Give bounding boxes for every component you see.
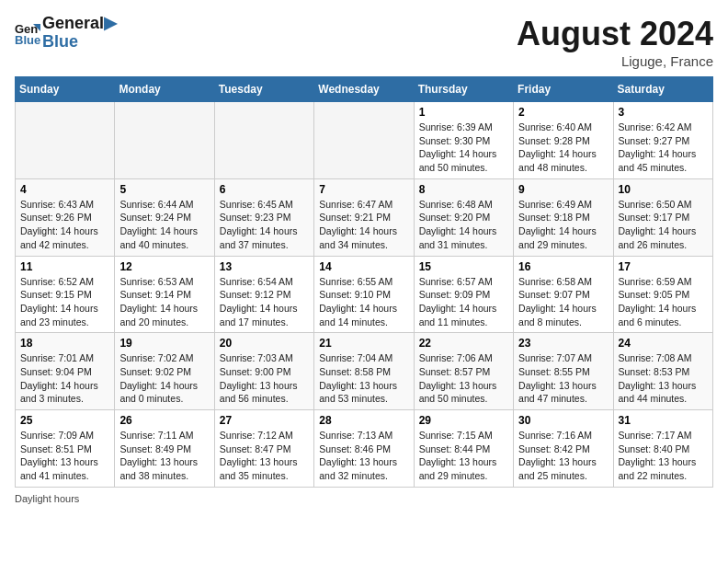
calendar-cell [214,102,313,179]
calendar-cell: 26Sunrise: 7:11 AMSunset: 8:49 PMDayligh… [115,410,214,488]
day-number: 14 [319,260,408,273]
calendar-cell: 19Sunrise: 7:02 AMSunset: 9:02 PMDayligh… [115,333,214,410]
day-info: Sunrise: 6:58 AMSunset: 9:07 PMDaylight:… [518,275,608,329]
day-number: 3 [619,106,708,119]
day-info: Sunrise: 7:11 AMSunset: 8:49 PMDaylight:… [119,429,209,483]
weekday-header-friday: Friday [514,77,613,102]
day-number: 24 [619,337,708,350]
day-info: Sunrise: 6:45 AMSunset: 9:23 PMDaylight:… [220,198,309,252]
day-number: 13 [220,260,309,273]
day-number: 7 [319,183,408,196]
calendar-cell: 11Sunrise: 6:52 AMSunset: 9:15 PMDayligh… [16,256,115,333]
day-info: Sunrise: 6:55 AMSunset: 9:10 PMDaylight:… [319,275,408,329]
day-info: Sunrise: 6:59 AMSunset: 9:05 PMDaylight:… [619,275,708,329]
day-info: Sunrise: 6:53 AMSunset: 9:14 PMDaylight:… [119,275,209,329]
calendar-cell: 13Sunrise: 6:54 AMSunset: 9:12 PMDayligh… [214,256,313,333]
calendar-cell: 31Sunrise: 7:17 AMSunset: 8:40 PMDayligh… [613,410,712,488]
calendar-cell [314,102,414,179]
day-info: Sunrise: 7:09 AMSunset: 8:51 PMDaylight:… [20,429,109,483]
calendar-cell: 24Sunrise: 7:08 AMSunset: 8:53 PMDayligh… [613,333,712,410]
calendar-cell: 16Sunrise: 6:58 AMSunset: 9:07 PMDayligh… [514,256,613,333]
calendar-cell: 22Sunrise: 7:06 AMSunset: 8:57 PMDayligh… [414,333,513,410]
day-info: Sunrise: 7:17 AMSunset: 8:40 PMDaylight:… [619,429,708,483]
calendar-cell: 1Sunrise: 6:39 AMSunset: 9:30 PMDaylight… [414,102,513,179]
day-info: Sunrise: 6:57 AMSunset: 9:09 PMDaylight:… [419,275,508,329]
day-number: 28 [319,414,408,427]
calendar-cell: 23Sunrise: 7:07 AMSunset: 8:55 PMDayligh… [514,333,613,410]
day-info: Sunrise: 6:40 AMSunset: 9:28 PMDaylight:… [518,121,608,175]
calendar-cell: 15Sunrise: 6:57 AMSunset: 9:09 PMDayligh… [414,256,513,333]
day-info: Sunrise: 6:52 AMSunset: 9:15 PMDaylight:… [20,275,109,329]
day-number: 1 [419,106,508,119]
calendar-cell [16,102,115,179]
day-number: 18 [20,337,109,350]
day-number: 26 [119,414,209,427]
calendar-cell: 2Sunrise: 6:40 AMSunset: 9:28 PMDaylight… [514,102,613,179]
day-info: Sunrise: 7:08 AMSunset: 8:53 PMDaylight:… [619,351,708,406]
calendar-table: SundayMondayTuesdayWednesdayThursdayFrid… [15,76,713,488]
calendar-cell: 6Sunrise: 6:45 AMSunset: 9:23 PMDaylight… [214,178,313,256]
day-number: 4 [20,183,109,196]
day-number: 15 [419,260,508,273]
day-info: Sunrise: 7:07 AMSunset: 8:55 PMDaylight:… [518,351,608,406]
calendar-cell: 3Sunrise: 6:42 AMSunset: 9:27 PMDaylight… [613,102,712,179]
day-number: 2 [518,106,608,119]
day-number: 31 [619,414,708,427]
day-info: Sunrise: 7:02 AMSunset: 9:02 PMDaylight:… [119,351,209,406]
day-number: 21 [319,337,408,350]
day-number: 12 [119,260,209,273]
calendar-cell: 29Sunrise: 7:15 AMSunset: 8:44 PMDayligh… [414,410,513,488]
day-number: 6 [220,183,309,196]
calendar-cell: 25Sunrise: 7:09 AMSunset: 8:51 PMDayligh… [16,410,115,488]
day-info: Sunrise: 6:50 AMSunset: 9:17 PMDaylight:… [619,198,708,252]
day-number: 20 [220,337,309,350]
day-info: Sunrise: 6:48 AMSunset: 9:20 PMDaylight:… [419,198,508,252]
logo: Gen Blue General▶ Blue [15,15,117,52]
day-number: 11 [20,260,109,273]
day-number: 22 [419,337,508,350]
day-info: Sunrise: 6:43 AMSunset: 9:26 PMDaylight:… [20,198,109,252]
day-number: 23 [518,337,608,350]
calendar-cell: 4Sunrise: 6:43 AMSunset: 9:26 PMDaylight… [16,178,115,256]
page-header: Gen Blue General▶ Blue August 2024 Ligug… [15,15,713,69]
day-number: 16 [518,260,608,273]
weekday-header-wednesday: Wednesday [314,77,414,102]
day-number: 8 [419,183,508,196]
day-number: 9 [518,183,608,196]
calendar-cell: 17Sunrise: 6:59 AMSunset: 9:05 PMDayligh… [613,256,712,333]
calendar-cell: 21Sunrise: 7:04 AMSunset: 8:58 PMDayligh… [314,333,414,410]
calendar-cell: 20Sunrise: 7:03 AMSunset: 9:00 PMDayligh… [214,333,313,410]
day-info: Sunrise: 6:44 AMSunset: 9:24 PMDaylight:… [119,198,209,252]
calendar-cell: 5Sunrise: 6:44 AMSunset: 9:24 PMDaylight… [115,178,214,256]
calendar-cell: 9Sunrise: 6:49 AMSunset: 9:18 PMDaylight… [514,178,613,256]
footer-label: Daylight hours [15,493,79,504]
day-info: Sunrise: 7:06 AMSunset: 8:57 PMDaylight:… [419,351,508,406]
calendar-cell: 12Sunrise: 6:53 AMSunset: 9:14 PMDayligh… [115,256,214,333]
title-block: August 2024 Liguge, France [517,15,713,69]
weekday-header-tuesday: Tuesday [214,77,313,102]
calendar-cell: 30Sunrise: 7:16 AMSunset: 8:42 PMDayligh… [514,410,613,488]
location: Liguge, France [517,53,713,69]
calendar-cell: 18Sunrise: 7:01 AMSunset: 9:04 PMDayligh… [16,333,115,410]
day-info: Sunrise: 6:42 AMSunset: 9:27 PMDaylight:… [619,121,708,175]
weekday-header-sunday: Sunday [16,77,115,102]
day-number: 17 [619,260,708,273]
footer-note: Daylight hours [15,493,713,504]
day-number: 5 [119,183,209,196]
calendar-cell: 7Sunrise: 6:47 AMSunset: 9:21 PMDaylight… [314,178,414,256]
day-info: Sunrise: 7:16 AMSunset: 8:42 PMDaylight:… [518,429,608,483]
weekday-header-thursday: Thursday [414,77,513,102]
day-info: Sunrise: 7:03 AMSunset: 9:00 PMDaylight:… [220,351,309,406]
weekday-header-monday: Monday [115,77,214,102]
day-number: 29 [419,414,508,427]
day-info: Sunrise: 6:39 AMSunset: 9:30 PMDaylight:… [419,121,508,175]
calendar-cell: 10Sunrise: 6:50 AMSunset: 9:17 PMDayligh… [613,178,712,256]
weekday-header-saturday: Saturday [613,77,712,102]
day-info: Sunrise: 6:49 AMSunset: 9:18 PMDaylight:… [518,198,608,252]
day-info: Sunrise: 7:04 AMSunset: 8:58 PMDaylight:… [319,351,408,406]
day-info: Sunrise: 6:47 AMSunset: 9:21 PMDaylight:… [319,198,408,252]
calendar-cell: 8Sunrise: 6:48 AMSunset: 9:20 PMDaylight… [414,178,513,256]
day-info: Sunrise: 7:15 AMSunset: 8:44 PMDaylight:… [419,429,508,483]
day-number: 25 [20,414,109,427]
day-number: 19 [119,337,209,350]
